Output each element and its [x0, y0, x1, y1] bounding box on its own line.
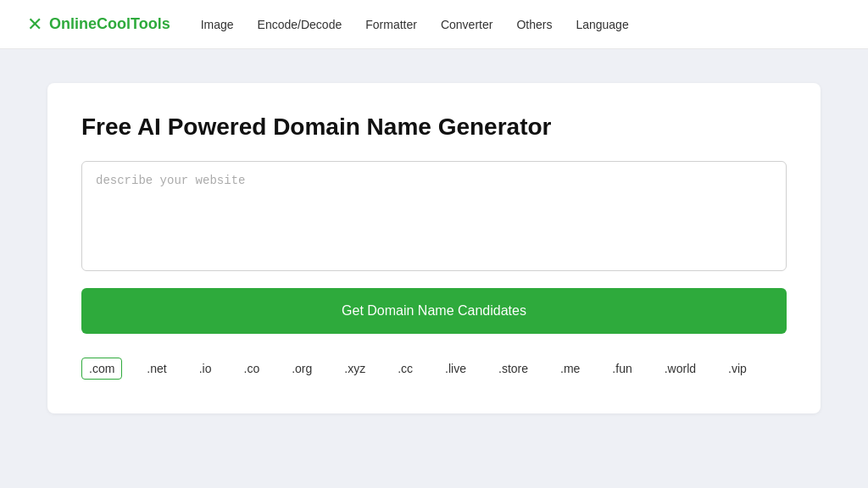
tld-world[interactable]: .world: [657, 358, 704, 380]
nav-formatter[interactable]: Formatter: [365, 18, 417, 31]
tld-container: .com .net .io .co .org .xyz .cc .live .s…: [81, 358, 787, 380]
tld-live[interactable]: .live: [437, 358, 474, 380]
nav-links: Image Encode/Decode Formatter Converter …: [201, 17, 629, 32]
tld-vip[interactable]: .vip: [721, 358, 754, 380]
tld-me[interactable]: .me: [553, 358, 587, 380]
navbar: ✕ OnlineCoolTools Image Encode/Decode Fo…: [0, 0, 868, 49]
main-content: Free AI Powered Domain Name Generator Ge…: [27, 49, 841, 447]
generate-button[interactable]: Get Domain Name Candidates: [81, 288, 787, 334]
tld-co[interactable]: .co: [236, 358, 268, 380]
page-title: Free AI Powered Domain Name Generator: [81, 114, 787, 141]
nav-encode-decode[interactable]: Encode/Decode: [258, 18, 342, 31]
tld-fun[interactable]: .fun: [604, 358, 639, 380]
tld-cc[interactable]: .cc: [390, 358, 420, 380]
nav-others[interactable]: Others: [516, 18, 552, 31]
brand-link[interactable]: ✕ OnlineCoolTools: [27, 14, 170, 36]
nav-converter[interactable]: Converter: [441, 18, 492, 31]
nav-language[interactable]: Language: [576, 18, 628, 31]
tld-com[interactable]: .com: [81, 358, 122, 380]
tld-xyz[interactable]: .xyz: [337, 358, 373, 380]
nav-image[interactable]: Image: [201, 18, 234, 31]
tld-store[interactable]: .store: [491, 358, 536, 380]
tld-io[interactable]: .io: [192, 358, 220, 380]
describe-input[interactable]: [81, 161, 787, 271]
tld-org[interactable]: .org: [284, 358, 320, 380]
content-card: Free AI Powered Domain Name Generator Ge…: [47, 83, 821, 413]
brand-name: OnlineCoolTools: [49, 15, 170, 33]
brand-icon: ✕: [27, 14, 42, 36]
tld-net[interactable]: .net: [139, 358, 174, 380]
